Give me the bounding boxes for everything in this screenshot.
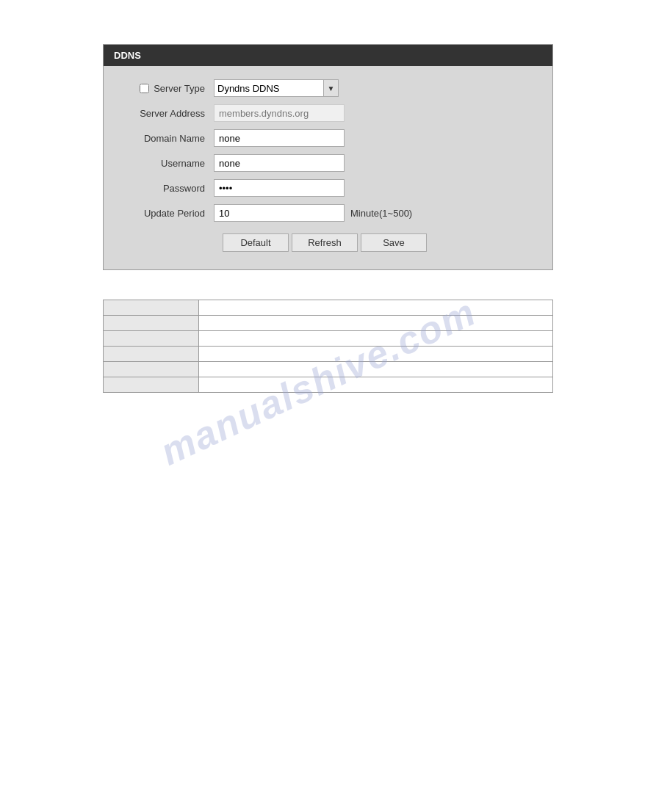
password-row: Password	[118, 179, 538, 197]
table-cell-value	[199, 331, 553, 347]
ddns-title: DDNS	[114, 50, 141, 61]
table-cell-label	[104, 362, 199, 377]
table-row	[104, 347, 553, 362]
table-cell-value	[199, 316, 553, 331]
server-type-select-wrapper: Dyndns DDNS ▼	[214, 79, 339, 97]
table-row	[104, 300, 553, 316]
update-period-group: Minute(1~500)	[214, 204, 412, 222]
ddns-panel: DDNS Server Type Dyndns DDNS ▼ Server Ad…	[103, 44, 553, 270]
refresh-button[interactable]: Refresh	[292, 233, 358, 252]
table-row	[104, 316, 553, 331]
ddns-header: DDNS	[104, 45, 552, 66]
minute-label: Minute(1~500)	[350, 208, 412, 219]
server-address-input	[214, 104, 345, 122]
domain-name-row: Domain Name	[118, 129, 538, 147]
table-cell-label	[104, 347, 199, 362]
ddns-body: Server Type Dyndns DDNS ▼ Server Address…	[104, 66, 552, 269]
info-table	[103, 300, 553, 393]
table-row	[104, 377, 553, 393]
table-cell-value	[199, 347, 553, 362]
table-cell-value	[199, 362, 553, 377]
server-type-label-group: Server Type	[118, 83, 214, 94]
password-input[interactable]	[214, 179, 345, 197]
update-period-row: Update Period Minute(1~500)	[118, 204, 538, 222]
table-row	[104, 331, 553, 347]
server-address-row: Server Address	[118, 104, 538, 122]
select-arrow-icon[interactable]: ▼	[324, 79, 339, 97]
table-row	[104, 362, 553, 377]
table-cell-value	[199, 300, 553, 316]
default-button[interactable]: Default	[223, 233, 289, 252]
server-type-select[interactable]: Dyndns DDNS	[214, 79, 324, 97]
username-label: Username	[118, 158, 214, 169]
server-address-label: Server Address	[118, 108, 214, 119]
server-type-label: Server Type	[154, 83, 205, 94]
username-input[interactable]	[214, 154, 345, 172]
table-cell-value	[199, 377, 553, 393]
domain-name-label: Domain Name	[118, 133, 214, 144]
update-period-label: Update Period	[118, 208, 214, 219]
table-cell-label	[104, 331, 199, 347]
server-type-row: Server Type Dyndns DDNS ▼	[118, 79, 538, 97]
table-cell-label	[104, 377, 199, 393]
table-cell-label	[104, 316, 199, 331]
username-row: Username	[118, 154, 538, 172]
save-button[interactable]: Save	[361, 233, 427, 252]
domain-name-input[interactable]	[214, 129, 345, 147]
update-period-input[interactable]	[214, 204, 345, 222]
password-label: Password	[118, 183, 214, 194]
table-cell-label	[104, 300, 199, 316]
button-row: Default Refresh Save	[118, 233, 538, 252]
server-type-checkbox[interactable]	[140, 84, 149, 93]
